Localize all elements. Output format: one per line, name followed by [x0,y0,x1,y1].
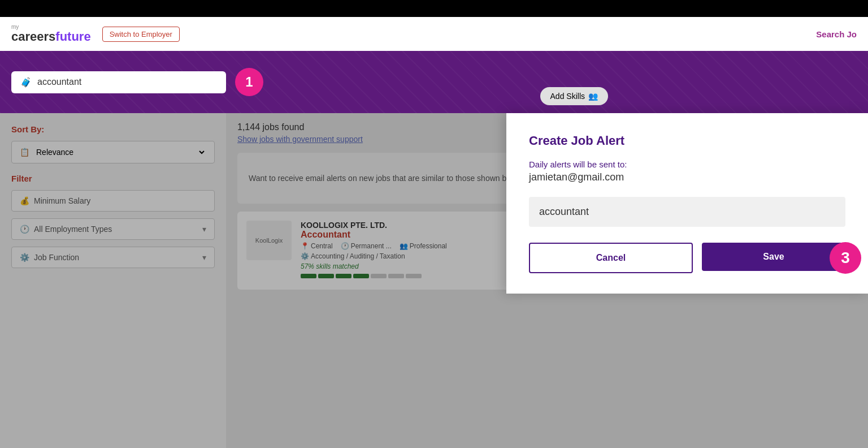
create-job-alert-modal: Create Job Alert Daily alerts will be se… [506,113,868,294]
modal-email: jamietan@gmail.com [529,171,845,183]
header: my careers future Switch to Employer Sea… [0,17,868,51]
modal-sub-label: Daily alerts will be sent to: [529,160,845,169]
briefcase-icon: 🧳 [20,77,32,88]
main-area: Sort By: 📋 Relevance Filter 💰 Minimum Sa… [0,113,868,448]
add-skills-button[interactable]: Add Skills 👥 [540,87,608,105]
step-badge-3: 3 [830,242,861,274]
modal-search-input[interactable] [529,197,845,227]
header-search-text: Search Jo [816,29,857,39]
search-box[interactable]: 🧳 accountant [11,71,226,93]
modal-buttons: Cancel Save 3 [529,243,845,273]
step-badge-1: 1 [235,68,263,96]
add-skills-label: Add Skills [550,92,585,101]
logo-careers: careers [11,30,55,44]
save-btn-wrapper: Save 3 [702,243,845,273]
modal-title: Create Job Alert [529,133,845,148]
logo-future: future [55,30,90,44]
search-value: accountant [37,77,81,87]
search-banner: 🧳 accountant 1 Add Skills 👥 [0,51,868,113]
black-top-bar [0,0,868,17]
logo: my careers future [11,24,91,44]
cancel-button[interactable]: Cancel [529,243,693,273]
skills-icon: 👥 [588,92,598,101]
save-button[interactable]: Save [702,243,845,271]
switch-to-employer-button[interactable]: Switch to Employer [102,27,180,42]
